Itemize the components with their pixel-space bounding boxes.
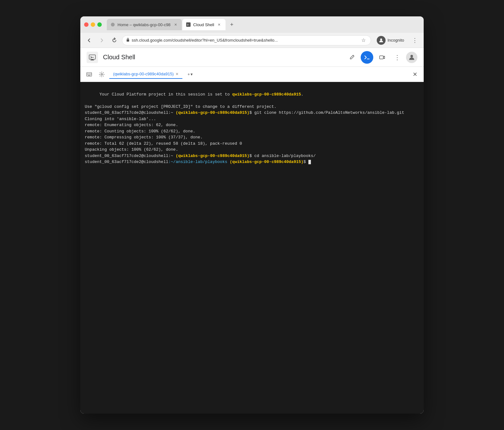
svg-rect-13	[89, 73, 90, 74]
svg-rect-18	[91, 74, 91, 75]
title-bar: Home – qwiklabs-gcp-00-c98 ✕ > Cloud She…	[80, 16, 424, 33]
incognito-button[interactable]: Incognito	[374, 35, 407, 46]
back-button[interactable]	[84, 35, 94, 45]
svg-rect-12	[89, 73, 89, 74]
terminal-line-2: Use "gcloud config set project [PROJECT_…	[85, 104, 419, 110]
svg-rect-7	[90, 60, 94, 61]
svg-rect-15	[87, 74, 88, 75]
bookmark-icon[interactable]: ☆	[360, 36, 367, 44]
close-window-button[interactable]	[84, 22, 89, 27]
tab-cloudshell-label: Cloud Shell	[193, 22, 214, 27]
svg-rect-11	[87, 73, 88, 74]
svg-point-9	[410, 55, 413, 57]
svg-rect-14	[91, 73, 91, 74]
app-logo	[87, 52, 98, 63]
new-tab-button[interactable]: +	[227, 20, 236, 29]
svg-rect-3	[127, 39, 129, 42]
user-avatar[interactable]	[406, 52, 417, 63]
shell-session-tab[interactable]: (qwiklabs-gcp-00-c989c40da915) ✕	[109, 70, 182, 79]
dropdown-arrow-icon: ▾	[191, 72, 193, 77]
terminal-line-5: remote: Enumerating objects: 62, done.	[85, 122, 419, 128]
tab-cloudshell[interactable]: > Cloud Shell ✕	[182, 19, 226, 30]
keyboard-icon-button[interactable]	[84, 69, 94, 79]
shell-close-button[interactable]: ✕	[410, 69, 420, 79]
terminal-line-11: student_00_63acf717cde2@cloudshell:~/ans…	[85, 159, 419, 165]
terminal-line-8: remote: Total 62 (delta 22), reused 58 (…	[85, 141, 419, 147]
terminal-line-7: remote: Compressing objects: 100% (37/37…	[85, 134, 419, 141]
address-text: ssh.cloud.google.com/cloudshell/editor?h…	[132, 38, 358, 43]
terminal[interactable]: Your Cloud Platform project in this sess…	[80, 82, 424, 414]
edit-button[interactable]	[346, 51, 358, 64]
tab-cloudshell-favicon: >	[186, 22, 191, 27]
terminal-line-10: student_00_63acf717cde2@cloudshell:~ (qw…	[85, 153, 419, 159]
tab-home[interactable]: Home – qwiklabs-gcp-00-c98 ✕	[107, 19, 182, 30]
incognito-label: Incognito	[387, 38, 404, 43]
browser-menu-button[interactable]: ⋮	[410, 35, 420, 45]
minimize-window-button[interactable]	[91, 22, 95, 27]
traffic-lights	[84, 22, 102, 27]
svg-point-4	[380, 38, 382, 40]
svg-rect-17	[89, 74, 90, 75]
svg-rect-5	[89, 55, 95, 59]
terminal-line-9: Unpacking objects: 100% (62/62), done.	[85, 147, 419, 153]
settings-icon-button[interactable]	[97, 69, 107, 79]
nav-bar: ssh.cloud.google.com/cloudshell/editor?h…	[80, 33, 424, 48]
terminal-line-6: remote: Counting objects: 100% (62/62), …	[85, 128, 419, 135]
forward-button[interactable]	[97, 35, 107, 45]
maximize-window-button[interactable]	[97, 22, 102, 27]
tab-cloudshell-close[interactable]: ✕	[217, 22, 222, 27]
svg-rect-6	[91, 59, 94, 60]
terminal-button[interactable]	[361, 51, 373, 64]
svg-rect-16	[89, 74, 89, 75]
lock-icon	[126, 38, 130, 43]
incognito-avatar	[377, 36, 386, 45]
tab-home-label: Home – qwiklabs-gcp-00-c98	[117, 22, 170, 27]
address-bar[interactable]: ssh.cloud.google.com/cloudshell/editor?h…	[122, 35, 371, 45]
more-dots-icon: ⋮	[394, 54, 400, 61]
tabs-bar: Home – qwiklabs-gcp-00-c98 ✕ > Cloud She…	[107, 19, 420, 30]
shell-tab-close-button[interactable]: ✕	[175, 72, 179, 76]
svg-point-0	[111, 23, 115, 26]
new-shell-tab-button[interactable]: + ▾	[185, 71, 195, 78]
tab-home-favicon	[111, 22, 115, 27]
shell-tabs-bar: (qwiklabs-gcp-00-c989c40da915) ✕ + ▾ ✕	[80, 67, 424, 82]
browser-window: Home – qwiklabs-gcp-00-c98 ✕ > Cloud She…	[80, 16, 424, 414]
plus-icon: +	[187, 72, 190, 77]
terminal-line-3: student_00_63acf717cde2@cloudshell:~ (qw…	[85, 110, 419, 116]
terminal-line-4: Cloning into 'ansible-lab'...	[85, 116, 419, 122]
svg-rect-19	[88, 75, 91, 76]
video-button[interactable]	[376, 51, 388, 64]
shell-tab-label: (qwiklabs-gcp-00-c989c40da915)	[113, 72, 174, 76]
reload-button[interactable]	[109, 35, 119, 45]
svg-point-20	[101, 73, 103, 75]
menu-dots-icon: ⋮	[412, 37, 418, 44]
app-title: Cloud Shell	[103, 54, 341, 61]
tab-home-close[interactable]: ✕	[173, 22, 178, 27]
more-options-button[interactable]: ⋮	[391, 51, 404, 64]
terminal-line-1: Your Cloud Platform project in this sess…	[85, 85, 419, 104]
app-header: Cloud Shell ⋮	[80, 48, 424, 67]
svg-text:>: >	[187, 23, 189, 26]
svg-rect-8	[380, 56, 383, 59]
header-icons: ⋮	[346, 51, 417, 64]
